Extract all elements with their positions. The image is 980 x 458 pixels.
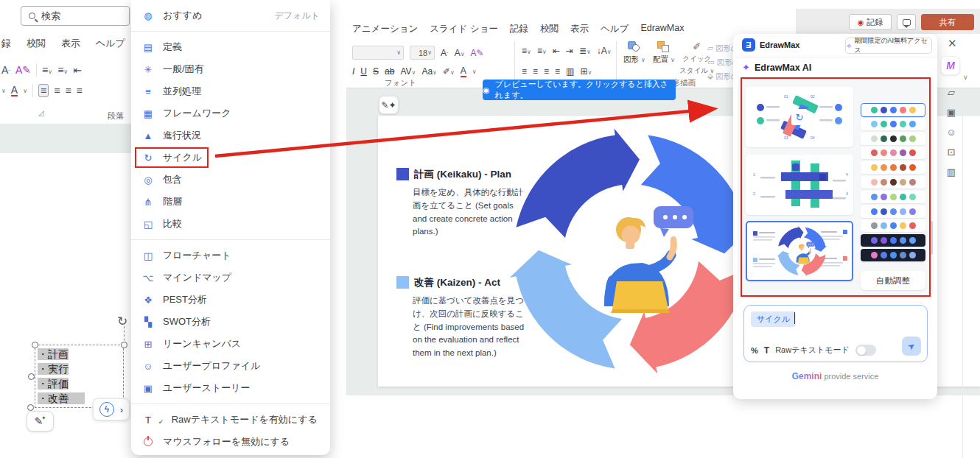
dropdown-item-16[interactable]: ☺ユーザープロファイル <box>131 355 330 377</box>
align-left-icon[interactable]: ≡ <box>38 84 49 97</box>
lightning-icon[interactable]: ϟ <box>99 402 114 417</box>
chevron-down-icon[interactable]: ∨ <box>23 88 27 94</box>
dropdown-item-5[interactable]: ▦フレームワーク <box>131 102 330 124</box>
resize-handle[interactable] <box>27 404 34 411</box>
resize-handle[interactable] <box>121 342 127 348</box>
left-menu-item-1[interactable]: 録 <box>1 37 11 50</box>
left-menu-item-2[interactable]: 校閲 <box>27 37 46 50</box>
align-center-icon[interactable]: ≡ <box>533 66 538 77</box>
resize-handle[interactable] <box>32 342 38 348</box>
dropdown-item-10[interactable]: ◱比較 <box>131 213 330 235</box>
outdent-icon[interactable]: ⇤ <box>553 46 560 56</box>
record-button[interactable]: ◉ 記録 <box>849 14 892 30</box>
align-right-icon[interactable]: ≡ <box>544 66 549 77</box>
ink-pen-button[interactable]: ✎✦ <box>27 411 54 431</box>
comments-button[interactable] <box>897 14 916 30</box>
font-name-select[interactable]: ∨ <box>352 46 404 60</box>
color-palette-7[interactable] <box>861 191 925 203</box>
left-menu-item-4[interactable]: ヘルプ <box>96 37 125 50</box>
align-text-icon[interactable]: ⊞∨ <box>580 66 592 77</box>
highlight-pen-icon[interactable]: ✐∨ <box>443 66 455 77</box>
color-palette-1[interactable] <box>861 103 925 117</box>
dropdown-item-6[interactable]: ▲進行状況 <box>131 124 330 147</box>
clear-format-icon[interactable]: A✎ <box>15 64 31 76</box>
dropdown-item-1[interactable]: ◍おすすめデフォルト <box>131 4 330 27</box>
image-icon[interactable]: ▣ <box>944 107 959 118</box>
shapes-icon[interactable]: ▱ <box>944 87 959 98</box>
ai-pen-button[interactable]: ✎✦ <box>379 96 399 114</box>
template-thumbnail-3-selected[interactable] <box>746 221 853 281</box>
left-menu-item-3[interactable]: 表示 <box>61 37 80 50</box>
right-menu-item-3[interactable]: 記録 <box>510 23 528 35</box>
bullet-list-icon[interactable]: ≡∨ <box>522 46 531 56</box>
color-palette-11[interactable] <box>861 249 925 261</box>
optimize-prompt-icon[interactable]: % <box>751 346 758 355</box>
underline-icon[interactable]: U <box>360 66 367 77</box>
grow-font-icon[interactable]: Aˆ <box>1 64 10 76</box>
right-menu-item-6[interactable]: ヘルプ <box>601 23 629 35</box>
right-menu-item-7[interactable]: EdrawMax <box>640 23 684 35</box>
grow-font-icon[interactable]: Aˆ <box>441 48 449 58</box>
text-direction-icon[interactable]: ↓A∨ <box>597 46 612 56</box>
char-spacing-icon[interactable]: AV∨ <box>400 66 416 77</box>
italic-icon[interactable]: I <box>352 66 354 77</box>
color-palette-2[interactable] <box>861 118 925 130</box>
font-color-icon[interactable]: A <box>461 66 466 77</box>
dropdown-item-19[interactable]: マウスフォローを無効にする <box>131 431 330 453</box>
auto-adjust-button[interactable]: 自動調整 <box>861 271 925 290</box>
strikethrough2-icon[interactable]: ab <box>385 66 394 77</box>
promo-button[interactable]: ✧ 期間限定のAI無料アクセス <box>845 38 932 54</box>
color-palette-10[interactable] <box>861 234 925 247</box>
edrawmax-ai-m-logo[interactable]: M <box>941 56 960 75</box>
color-palette-3[interactable] <box>861 133 925 145</box>
chevron-down-icon[interactable]: ∨ <box>963 74 968 81</box>
dropdown-item-15[interactable]: ⊞リーンキャンバス <box>131 333 330 355</box>
chevron-right-icon[interactable]: › <box>120 404 123 415</box>
right-menu-item-2[interactable]: スライド ショー <box>430 23 498 35</box>
prompt-chip[interactable]: サイクル <box>751 311 796 327</box>
strikethrough-icon[interactable]: S <box>373 66 379 77</box>
arrange-button[interactable]: 配置 ∨ <box>653 41 675 65</box>
dialog-launcher-icon[interactable]: ◿ <box>38 109 44 117</box>
shapes-button[interactable]: 図形 ∨ <box>623 41 645 65</box>
template-thumbnail-2[interactable]: 1 2 3 4 <box>746 155 853 215</box>
color-palette-6[interactable] <box>861 176 925 189</box>
dropdown-item-12[interactable]: ⌥マインドマップ <box>131 267 330 289</box>
justify-icon[interactable]: ≡ <box>77 85 83 96</box>
change-case-icon[interactable]: Aa∨ <box>421 66 437 77</box>
clear-format-icon[interactable]: A✎ <box>471 48 484 58</box>
justify-icon[interactable]: ≡ <box>555 66 560 77</box>
columns-icon[interactable]: ▥ <box>566 66 574 77</box>
textbox-content[interactable]: ・計画・実行・評価・改善 <box>38 347 85 406</box>
screenshot-icon[interactable]: ⊡ <box>944 147 959 158</box>
dropdown-item-11[interactable]: ◫フローチャート <box>131 244 330 267</box>
dropdown-item-9[interactable]: ⋔階層 <box>131 191 330 213</box>
align-left-icon[interactable]: ≡ <box>522 66 527 77</box>
chevron-down-icon[interactable]: ∨ <box>1 88 6 94</box>
rotate-handle-icon[interactable]: ↻ <box>117 314 127 329</box>
dropdown-item-7[interactable]: ↻サイクル <box>131 147 330 169</box>
dropdown-item-13[interactable]: ❖PEST分析 <box>131 289 330 311</box>
font-size-select[interactable]: 18∨ <box>410 46 435 60</box>
align-right-icon[interactable]: ≡ <box>65 85 71 96</box>
layout-icon[interactable]: ▥ <box>944 166 959 177</box>
raw-text-toggle[interactable] <box>855 345 876 356</box>
color-palette-8[interactable] <box>861 205 925 218</box>
right-menu-item-1[interactable]: アニメーション <box>352 23 418 35</box>
sticker-icon[interactable]: ☺ <box>944 127 959 138</box>
dropdown-item-4[interactable]: ≡並列処理 <box>131 80 330 102</box>
numbered-list-icon[interactable]: ≡∨ <box>537 46 547 56</box>
right-menu-item-5[interactable]: 表示 <box>570 23 589 35</box>
resize-handle[interactable] <box>28 373 35 380</box>
shrink-font-icon[interactable]: A∨ <box>455 48 465 58</box>
font-color-icon[interactable]: A <box>11 85 18 97</box>
dropdown-item-14[interactable]: ▚SWOT分析 <box>131 311 330 333</box>
dropdown-item-18[interactable]: T✔Rawテキストモードを有効にする <box>131 409 330 431</box>
color-palette-5[interactable] <box>861 161 925 174</box>
ai-quick-popup[interactable]: ϟ › <box>93 398 130 420</box>
dropdown-item-8[interactable]: ◎包含 <box>131 169 330 191</box>
dropdown-item-3[interactable]: ✳一般/固有 <box>131 58 330 80</box>
align-center-icon[interactable]: ≡ <box>54 85 60 96</box>
panel-scrollbar[interactable] <box>930 221 933 255</box>
numbered-list-icon[interactable]: ≡∨ <box>57 64 68 76</box>
